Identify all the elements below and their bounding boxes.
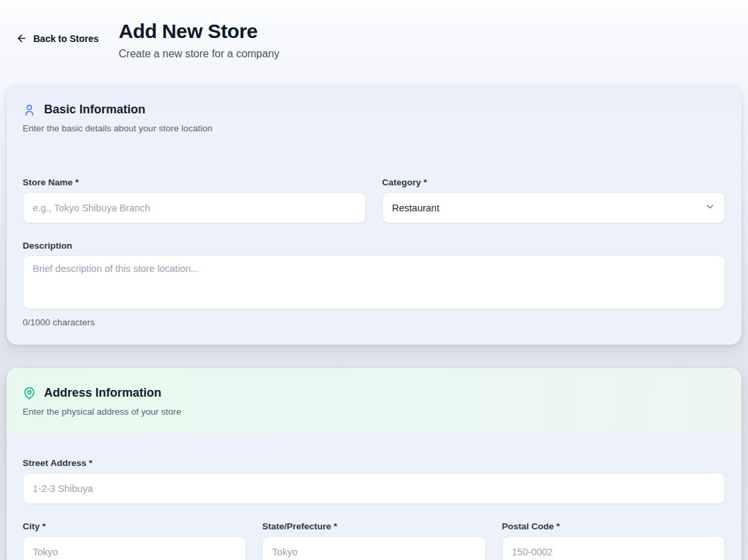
- street-address-input[interactable]: [23, 473, 725, 504]
- page-header: Back to Stores Add New Store Create a ne…: [0, 0, 748, 60]
- street-address-field-group: Street Address *: [23, 458, 725, 504]
- store-name-field-group: Store Name *: [23, 177, 366, 223]
- description-textarea[interactable]: [23, 255, 725, 309]
- address-information-header: Address Information Enter the physical a…: [7, 368, 741, 434]
- chevron-down-icon: [705, 201, 715, 214]
- address-information-subtitle: Enter the physical address of your store: [23, 407, 725, 417]
- description-label: Description: [23, 241, 725, 251]
- back-to-stores-link[interactable]: Back to Stores: [16, 33, 99, 44]
- street-address-label: Street Address *: [23, 458, 725, 468]
- page-subtitle: Create a new store for a company: [119, 48, 279, 60]
- category-selected-value: Restaurant: [392, 203, 439, 213]
- postal-code-label: Postal Code *: [502, 521, 725, 531]
- store-name-label: Store Name *: [23, 177, 366, 187]
- basic-information-title: Basic Information: [44, 103, 145, 117]
- description-field-group: Description 0/1000 characters: [23, 241, 725, 327]
- back-arrow-icon: [16, 33, 27, 44]
- basic-information-subtitle: Enter the basic details about your store…: [23, 123, 725, 133]
- state-prefecture-label: State/Prefecture *: [262, 521, 485, 531]
- basic-information-content: Store Name * Category * Restaurant Descr…: [7, 151, 741, 345]
- page-title: Add New Store: [119, 20, 279, 42]
- state-prefecture-field-group: State/Prefecture *: [262, 521, 485, 560]
- basic-information-card: Basic Information Enter the basic detail…: [7, 85, 741, 345]
- postal-code-input[interactable]: [502, 536, 725, 560]
- basic-information-header: Basic Information Enter the basic detail…: [7, 85, 741, 151]
- category-label: Category *: [382, 177, 725, 187]
- address-information-title: Address Information: [44, 386, 161, 400]
- city-field-group: City *: [23, 521, 246, 560]
- address-information-card: Address Information Enter the physical a…: [7, 368, 741, 560]
- title-block: Add New Store Create a new store for a c…: [119, 20, 279, 60]
- description-char-count: 0/1000 characters: [23, 317, 725, 327]
- state-prefecture-input[interactable]: [262, 536, 485, 560]
- category-field-group: Category * Restaurant: [382, 177, 725, 223]
- city-label: City *: [23, 521, 246, 531]
- map-pin-icon: [23, 387, 36, 400]
- back-link-label: Back to Stores: [33, 33, 99, 44]
- address-information-content: Street Address * City * State/Prefecture…: [7, 434, 741, 560]
- store-name-input[interactable]: [23, 192, 366, 223]
- city-input[interactable]: [23, 536, 246, 560]
- user-icon: [23, 103, 36, 117]
- category-select[interactable]: Restaurant: [382, 192, 725, 223]
- postal-code-field-group: Postal Code *: [502, 521, 725, 560]
